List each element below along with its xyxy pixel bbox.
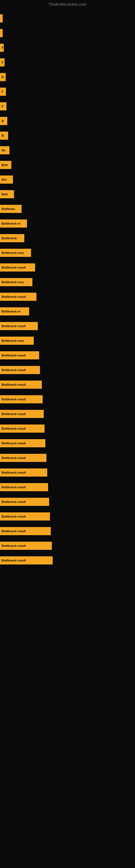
bar-11: Bot: [0, 176, 13, 184]
bar-23: Bottleneck result: [0, 351, 39, 360]
bar-3: F: [0, 58, 5, 66]
bar-37: Bottleneck result: [0, 556, 53, 564]
bar-18: Bottleneck resu: [0, 278, 32, 286]
bar-row: Bottleneck result: [0, 539, 135, 553]
bar-label-16: Bottleneck resu: [2, 251, 24, 254]
bar-row: Bottleneck result: [0, 509, 135, 524]
bar-label-26: Bottleneck result: [2, 398, 26, 401]
bar-label-32: Bottleneck result: [2, 486, 26, 489]
bars-container: FFBFFBBBoBottBotBottBottlenecBottleneck …: [0, 9, 135, 571]
bar-row: [0, 26, 135, 40]
bar-30: Bottleneck result: [0, 454, 46, 462]
site-title: TheBottlenecker.com: [0, 0, 135, 9]
bar-21: Bottleneck result: [0, 322, 38, 330]
bar-row: Bottleneck result: [0, 451, 135, 465]
bar-27: Bottleneck result: [0, 410, 44, 418]
bar-label-22: Bottleneck resu: [2, 339, 24, 342]
bar-label-33: Bottleneck result: [2, 500, 26, 503]
bar-row: B: [0, 70, 135, 84]
bar-row: Bottleneck result: [0, 260, 135, 275]
bar-0: [0, 14, 3, 23]
bar-label-11: Bot: [2, 178, 6, 181]
bar-row: Bottleneck result: [0, 378, 135, 392]
bar-row: [0, 11, 135, 26]
bar-12: Bott: [0, 190, 14, 198]
bar-10: Bott: [0, 161, 11, 169]
bar-row: Bottleneck re: [0, 216, 135, 230]
bar-row: B: [0, 129, 135, 143]
bar-row: Bottleneck result: [0, 392, 135, 406]
bar-label-35: Bottleneck result: [2, 529, 26, 533]
bar-6: F: [0, 102, 6, 111]
bar-row: Bottleneck resu: [0, 246, 135, 260]
bar-20: Bottleneck re: [0, 307, 29, 315]
bar-label-25: Bottleneck result: [2, 383, 26, 386]
bar-label-28: Bottleneck result: [2, 427, 26, 430]
bar-row: F: [0, 41, 135, 55]
bar-31: Bottleneck result: [0, 468, 47, 476]
bar-13: Bottlenec: [0, 205, 21, 213]
bar-row: Bottleneck result: [0, 363, 135, 377]
bar-row: B: [0, 114, 135, 128]
bar-row: F: [0, 55, 135, 69]
bar-row: Bo: [0, 143, 135, 157]
bar-1: [0, 29, 3, 37]
bar-label-6: F: [2, 105, 3, 108]
bar-label-17: Bottleneck result: [2, 266, 26, 269]
bar-label-23: Bottleneck result: [2, 354, 26, 357]
bar-label-14: Bottleneck re: [2, 222, 20, 225]
bar-33: Bottleneck result: [0, 498, 49, 506]
bar-9: Bo: [0, 146, 9, 154]
bar-row: Bottleneck result: [0, 465, 135, 479]
bar-row: Bottleneck result: [0, 407, 135, 421]
bar-label-12: Bott: [2, 193, 8, 196]
bar-label-9: Bo: [2, 149, 6, 152]
bar-row: Bottleneck result: [0, 553, 135, 567]
bar-row: F: [0, 99, 135, 113]
bar-7: B: [0, 117, 7, 125]
bar-4: B: [0, 73, 6, 81]
bar-label-13: Bottlenec: [2, 207, 15, 211]
bar-label-4: B: [2, 75, 4, 79]
bar-32: Bottleneck result: [0, 483, 48, 491]
bar-label-10: Bott: [2, 163, 8, 166]
bar-row: Bottleneck result: [0, 495, 135, 509]
bar-row: Bottleneck result: [0, 290, 135, 304]
bar-26: Bottleneck result: [0, 395, 43, 403]
bar-label-20: Bottleneck re: [2, 310, 20, 313]
bar-label-3: F: [2, 61, 3, 64]
bar-22: Bottleneck resu: [0, 337, 34, 345]
bar-row: Bottleneck: [0, 231, 135, 245]
bar-row: Bottleneck re: [0, 304, 135, 318]
bar-row: Bottleneck resu: [0, 334, 135, 348]
bar-2: F: [0, 44, 4, 52]
bar-19: Bottleneck result: [0, 293, 37, 301]
bar-label-15: Bottleneck: [2, 237, 17, 240]
bar-34: Bottleneck result: [0, 513, 50, 521]
bar-row: Bottleneck result: [0, 348, 135, 362]
bar-row: Bottleneck result: [0, 422, 135, 436]
bar-5: F: [0, 88, 6, 96]
bar-row: Bott: [0, 158, 135, 172]
bar-28: Bottleneck result: [0, 425, 45, 433]
bar-17: Bottleneck result: [0, 264, 35, 272]
bar-label-19: Bottleneck result: [2, 295, 26, 299]
bar-label-27: Bottleneck result: [2, 412, 26, 415]
bar-29: Bottleneck result: [0, 439, 45, 447]
bar-row: Bottleneck result: [0, 524, 135, 538]
bar-label-5: F: [2, 90, 3, 93]
bar-row: F: [0, 85, 135, 99]
bar-label-37: Bottleneck result: [2, 559, 26, 562]
bar-label-36: Bottleneck result: [2, 544, 26, 547]
bar-25: Bottleneck result: [0, 380, 42, 389]
bar-row: Bot: [0, 173, 135, 187]
bar-label-8: B: [2, 134, 4, 137]
bar-8: B: [0, 131, 8, 140]
bar-label-34: Bottleneck result: [2, 515, 26, 518]
bar-24: Bottleneck result: [0, 366, 40, 374]
bar-label-29: Bottleneck result: [2, 442, 26, 445]
bar-row: Bottlenec: [0, 202, 135, 216]
bar-label-18: Bottleneck resu: [2, 280, 24, 284]
bar-row: Bott: [0, 187, 135, 201]
bar-label-30: Bottleneck result: [2, 456, 26, 460]
